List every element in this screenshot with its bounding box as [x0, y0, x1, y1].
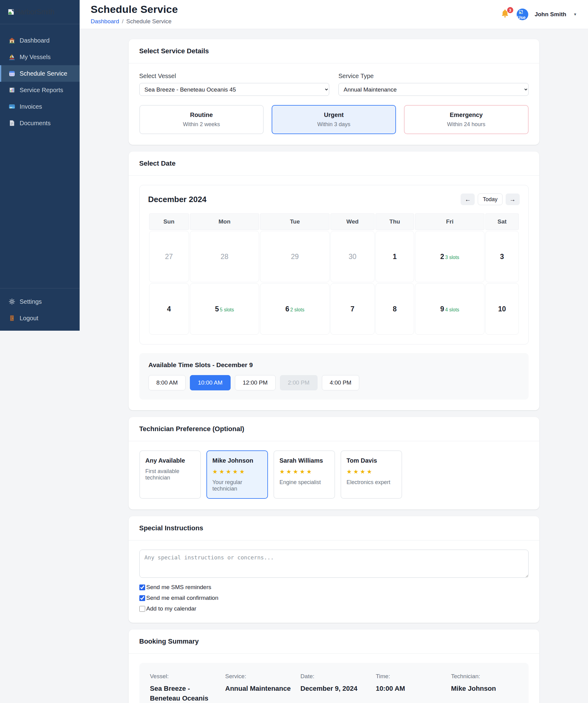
- sidebar-item-label: Logout: [20, 315, 38, 322]
- weekday-header: Tue: [260, 214, 329, 230]
- slots-label: 4 slots: [445, 307, 459, 312]
- instructions-card: Special Instructions Send me SMS reminde…: [129, 516, 539, 623]
- calendar-day-cell[interactable]: 7: [330, 283, 374, 335]
- email-confirmation-checkbox[interactable]: [139, 595, 145, 601]
- calendar-prev-button[interactable]: ←: [461, 193, 475, 205]
- timeslot-button[interactable]: 12:00 PM: [235, 375, 276, 390]
- timeslot-button-selected[interactable]: 10:00 AM: [190, 375, 230, 390]
- technician-option-any[interactable]: Any Available First available technician: [139, 450, 201, 499]
- checkbox-row: Send me email confirmation: [139, 595, 529, 601]
- sidebar-item-label: Service Reports: [20, 87, 63, 94]
- home-icon: [9, 37, 15, 44]
- urgency-option-emergency[interactable]: Emergency Within 24 hours: [404, 105, 528, 134]
- weekday-header: Fri: [415, 214, 485, 230]
- topbar-right: 3 Use John Smith ▼: [500, 4, 577, 25]
- door-icon: [9, 315, 15, 321]
- add-to-calendar-checkbox[interactable]: [139, 606, 145, 612]
- checkbox-row: Send me SMS reminders: [139, 584, 529, 591]
- calendar-day-cell[interactable]: 27: [149, 231, 189, 282]
- calendar-today-button[interactable]: Today: [478, 193, 502, 205]
- breadcrumb-current: Schedule Service: [126, 18, 171, 24]
- technician-title: Technician Preference (Optional): [139, 425, 529, 433]
- weekday-header: Thu: [375, 214, 414, 230]
- summary-field-vessel: Vessel: Sea Breeze - Beneteau Oceanis 45: [150, 673, 217, 703]
- technician-option-mike-johnson[interactable]: Mike Johnson ★★★★★ Your regular technici…: [206, 450, 268, 499]
- weekday-header: Sun: [149, 214, 189, 230]
- slots-label: 3 slots: [445, 255, 459, 260]
- sidebar-item-label: Dashboard: [20, 37, 50, 44]
- star-rating-icons: ★★★★★: [280, 468, 329, 475]
- calendar-day-cell[interactable]: 8: [375, 283, 414, 335]
- credit-card-icon: [9, 103, 15, 110]
- sidebar-item-label: Schedule Service: [20, 70, 67, 77]
- calendar-day-cell[interactable]: 10: [486, 283, 518, 335]
- sidebar-item-dashboard[interactable]: Dashboard: [0, 32, 80, 49]
- calendar-next-button[interactable]: →: [506, 193, 520, 205]
- calendar-day-cell[interactable]: 28: [190, 231, 260, 282]
- sidebar-item-service-reports[interactable]: Service Reports: [0, 82, 80, 98]
- calendar-day-cell-available[interactable]: 55 slots: [190, 283, 260, 335]
- timeslots-title: Available Time Slots - December 9: [149, 361, 519, 369]
- avatar[interactable]: Use: [517, 9, 528, 20]
- sidebar-item-settings[interactable]: Settings: [0, 293, 80, 310]
- breadcrumb: Dashboard/Schedule Service: [91, 18, 178, 25]
- urgency-options: Routine Within 2 weeks Urgent Within 3 d…: [139, 105, 529, 134]
- vessel-select[interactable]: Sea Breeze - Beneteau Oceanis 45: [139, 83, 329, 96]
- calendar: December 2024 ← Today → Sun: [139, 185, 529, 344]
- calendar-icon: [9, 70, 15, 77]
- breadcrumb-dashboard-link[interactable]: Dashboard: [91, 18, 119, 24]
- technician-option-sarah-williams[interactable]: Sarah Williams ★★★★★ Engine specialist: [274, 450, 335, 499]
- calendar-day-cell[interactable]: 4: [149, 283, 189, 335]
- sailboat-icon: [9, 54, 15, 60]
- brand: HarborSmith: [0, 0, 80, 24]
- service-type-label: Service Type: [339, 73, 529, 80]
- service-type-field: Service Type Annual Maintenance: [339, 73, 529, 96]
- page-title: Schedule Service: [91, 3, 178, 15]
- select-date-card: Select Date December 2024 ← Today →: [129, 152, 539, 410]
- checkbox-row: Add to my calendar: [139, 605, 529, 612]
- summary-field-service: Service: Annual Maintenance: [225, 673, 292, 703]
- summary-field-date: Date: December 9, 2024: [300, 673, 367, 703]
- broken-image-icon: [7, 8, 15, 16]
- sidebar-item-invoices[interactable]: Invoices: [0, 98, 80, 115]
- sidebar-item-label: Documents: [20, 120, 51, 127]
- special-instructions-textarea[interactable]: [139, 550, 529, 578]
- calendar-day-cell-selected[interactable]: 94 slots: [415, 283, 485, 335]
- notifications-button[interactable]: 3: [500, 9, 510, 20]
- timeslot-button[interactable]: 8:00 AM: [149, 375, 186, 390]
- topbar-left: Schedule Service Dashboard/Schedule Serv…: [91, 3, 178, 25]
- sidebar-item-my-vessels[interactable]: My Vessels: [0, 49, 80, 65]
- select-date-title: Select Date: [139, 160, 529, 167]
- sidebar-item-logout[interactable]: Logout: [0, 310, 80, 326]
- service-type-select[interactable]: Annual Maintenance: [339, 83, 529, 96]
- content: Select Service Details Select Vessel Sea…: [129, 29, 539, 703]
- app-layout: HarborSmith Dashboard My Vessels Schedul…: [0, 0, 588, 703]
- summary-field-time: Time: 10:00 AM: [376, 673, 443, 703]
- calendar-day-cell[interactable]: 1: [375, 231, 414, 282]
- timeslot-button[interactable]: 4:00 PM: [322, 375, 360, 390]
- star-rating-icons: ★★★★: [347, 468, 396, 475]
- slots-label: 5 slots: [220, 307, 234, 312]
- bell-icon: [500, 15, 510, 20]
- calendar-day-cell[interactable]: 29: [260, 231, 329, 282]
- user-name[interactable]: John Smith: [535, 11, 566, 18]
- technician-option-tom-davis[interactable]: Tom Davis ★★★★ Electronics expert: [341, 450, 402, 499]
- calendar-day-cell[interactable]: 30: [330, 231, 374, 282]
- gear-icon: [9, 298, 15, 305]
- chevron-down-icon[interactable]: ▼: [573, 12, 577, 16]
- slots-label: 2 slots: [290, 307, 304, 312]
- calendar-day-cell[interactable]: 3: [486, 231, 518, 282]
- sidebar-item-schedule-service[interactable]: Schedule Service: [0, 65, 80, 82]
- urgency-option-routine[interactable]: Routine Within 2 weeks: [139, 105, 264, 134]
- booking-summary-title: Booking Summary: [139, 637, 529, 645]
- summary-field-technician: Technician: Mike Johnson: [451, 673, 518, 703]
- sidebar-item-documents[interactable]: Documents: [0, 115, 80, 131]
- vessel-label: Select Vessel: [139, 73, 329, 80]
- avatar-alt-text: Use: [517, 15, 526, 20]
- calendar-day-cell-available[interactable]: 23 slots: [415, 231, 485, 282]
- sms-reminders-checkbox[interactable]: [139, 584, 145, 590]
- urgency-option-urgent[interactable]: Urgent Within 3 days: [272, 105, 396, 134]
- calendar-table: Sun Mon Tue Wed Thu Fri Sat: [148, 213, 520, 335]
- calendar-day-cell-available[interactable]: 62 slots: [260, 283, 329, 335]
- weekday-header: Wed: [330, 214, 374, 230]
